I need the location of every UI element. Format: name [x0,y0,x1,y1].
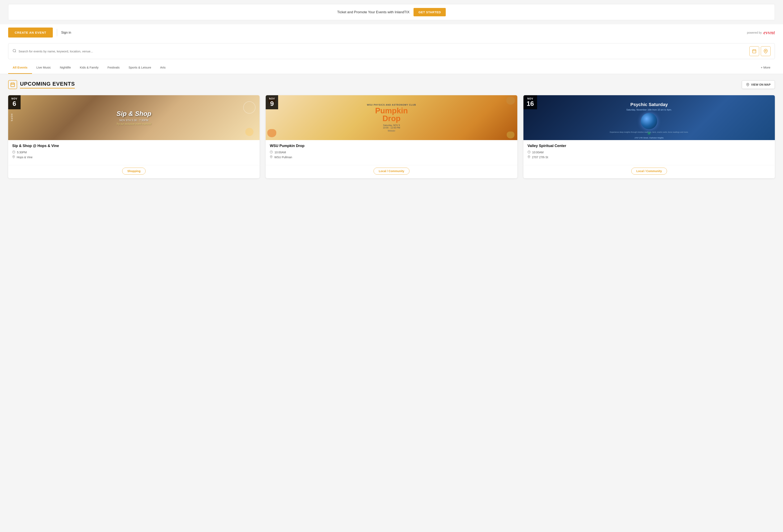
event-time-value: 5:30PM [17,151,27,154]
event-date-badge-psychic: NOV 16 [524,95,537,109]
tab-arts[interactable]: Arts [156,62,170,74]
svg-point-0 [13,49,16,52]
event-tag-row-pumpkin: Local / Community [266,165,517,178]
event-location-value: WSU Pullman [274,156,292,159]
event-month: NOV [527,97,533,100]
main-content: UPCOMING EVENTS VIEW ON MAP Sip & Shop N… [0,74,783,184]
svg-point-13 [13,156,14,157]
clock-icon [12,151,15,154]
svg-line-1 [15,52,16,52]
event-image-pumpkin[interactable]: WSU Physics and Astronomy Club Pumpkin D… [266,95,517,140]
event-tag-local-community-2[interactable]: Local / Community [631,167,667,175]
svg-point-17 [529,156,529,157]
tab-festivals[interactable]: Festivals [103,62,124,74]
top-banner: Ticket and Promote Your Events with Inla… [8,4,775,20]
section-title-wrap: UPCOMING EVENTS [8,80,75,89]
event-card-pumpkin: WSU Physics and Astronomy Club Pumpkin D… [266,95,517,178]
powered-by: powered by evvnt [747,30,775,36]
event-body-psychic: Valley Spiritual Center 10:00AM [524,140,775,165]
event-date-badge-sip-shop: NOV 6 [8,95,21,109]
search-row [0,41,783,62]
events-grid: Sip & Shop NOV 6TH 5:30 - 7:30PM Try our… [8,95,775,178]
event-title-psychic: Valley Spiritual Center [528,144,771,148]
event-location-pumpkin: WSU Pullman [270,155,513,159]
section-calendar-icon [8,80,17,89]
event-tag-local-community-1[interactable]: Local / Community [374,167,409,175]
event-month: NOV [11,97,17,100]
event-location-value: 2707 27th St [532,156,548,159]
search-container [8,43,775,59]
event-tag-shopping[interactable]: Shopping [122,167,146,175]
event-meta-sip-shop: 5:30PM Hops & Vine [12,151,255,159]
event-location-value: Hops & Vine [17,156,33,159]
event-image-sip-shop[interactable]: Sip & Shop NOV 6TH 5:30 - 7:30PM Try our… [8,95,259,140]
view-on-map-label: VIEW ON MAP [751,83,771,86]
search-icon [12,49,17,54]
event-meta-pumpkin: 10:00AM WSU Pullman [270,151,513,159]
event-body-sip-shop: Sip & Shop @ Hops & Vine 5:30PM [8,140,259,165]
psychic-overlay: Psychic Saturday Saturday, November 16th… [524,95,775,140]
event-time-sip-shop: 5:30PM [12,151,255,154]
event-day: 9 [270,100,274,107]
event-card-sip-shop: Sip & Shop NOV 6TH 5:30 - 7:30PM Try our… [8,95,259,178]
event-time-value: 10:00AM [532,151,543,154]
svg-rect-2 [753,50,756,53]
event-title-pumpkin: WSU Pumpkin Drop [270,144,513,148]
tab-live-music[interactable]: Live Music [32,62,56,74]
search-input-wrapper [12,49,747,54]
event-body-pumpkin: WSU Pumpkin Drop 10:00AM [266,140,517,165]
event-day: 16 [527,100,534,107]
event-image-psychic[interactable]: Psychic Saturday Saturday, November 16th… [524,95,775,140]
tab-sports-leisure[interactable]: Sports & Leisure [124,62,156,74]
banner-text: Ticket and Promote Your Events with Inla… [337,10,410,14]
create-event-button[interactable]: CREATE AN EVENT [8,28,53,37]
tab-kids-family[interactable]: Kids & Family [75,62,103,74]
calendar-picker-button[interactable] [749,46,759,56]
svg-point-11 [747,84,748,85]
event-location-psychic: 2707 27th St [528,155,771,159]
event-title-sip-shop: Sip & Shop @ Hops & Vine [12,144,255,148]
svg-point-6 [765,50,766,52]
clock-icon [528,151,531,154]
event-time-pumpkin: 10:00AM [270,151,513,154]
pin-icon [12,155,15,159]
event-tag-row-sip-shop: Shopping [8,165,259,178]
tab-all-events[interactable]: All Events [8,62,32,74]
tab-more[interactable]: + More [756,62,775,74]
pumpkin-overlay: WSU Physics and Astronomy Club Pumpkin D… [266,95,517,140]
event-time-value: 10:00AM [275,151,286,154]
pin-icon [528,155,530,159]
powered-text: powered by [747,31,761,34]
event-meta-psychic: 10:00AM 2707 27th St [528,151,771,159]
evvnt-logo: evvnt [763,30,775,36]
svg-rect-7 [11,83,14,87]
event-time-psychic: 10:00AM [528,151,771,154]
section-title: UPCOMING EVENTS [20,81,75,89]
section-header: UPCOMING EVENTS VIEW ON MAP [8,80,775,89]
clock-icon [270,151,273,154]
sign-in-link[interactable]: Sign in [61,31,71,34]
event-tag-row-psychic: Local / Community [524,165,775,178]
sip-shop-overlay: Sip & Shop NOV 6TH 5:30 - 7:30PM Try our… [8,95,259,140]
search-icons-right [749,46,771,56]
pin-icon [270,155,273,159]
event-card-psychic: Psychic Saturday Saturday, November 16th… [524,95,775,178]
category-nav: All Events Live Music Nightlife Kids & F… [0,62,783,74]
event-location-sip-shop: Hops & Vine [12,155,255,159]
event-date-badge-pumpkin: NOV 9 [266,95,278,109]
view-on-map-button[interactable]: VIEW ON MAP [742,80,775,89]
header: CREATE AN EVENT Sign in powered by evvnt [0,24,783,41]
location-picker-button[interactable] [761,46,771,56]
tab-nightlife[interactable]: Nightlife [55,62,75,74]
get-started-button[interactable]: GET STARTED [413,8,446,16]
event-month: NOV [269,97,275,100]
header-left: CREATE AN EVENT Sign in [8,28,71,37]
event-day: 6 [13,100,16,107]
search-input[interactable] [19,50,747,53]
svg-point-15 [271,156,272,157]
